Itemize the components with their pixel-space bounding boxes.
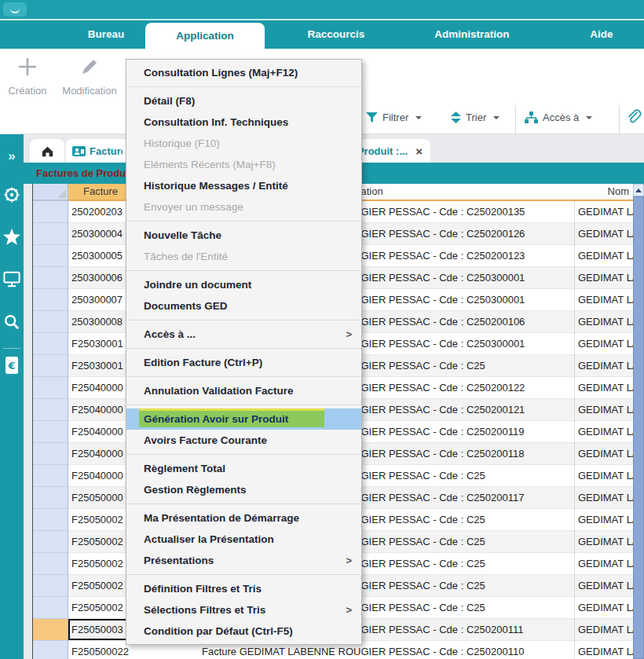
menu-item[interactable]: Condition par Défaut (Ctrl-F5) <box>126 621 361 642</box>
attach-document-button[interactable] <box>626 108 642 129</box>
menu-item[interactable]: Consultation Lignes (Maj+F12) <box>126 62 361 83</box>
cell-nom[interactable]: GEDIMAT LABENNE <box>574 597 634 619</box>
menu-item[interactable]: Joindre un document <box>126 274 361 295</box>
menu-item[interactable]: Détail (F8) <box>126 90 361 112</box>
gear-icon <box>3 186 20 203</box>
row-selector[interactable] <box>33 399 68 421</box>
row-selector[interactable] <box>33 619 68 641</box>
menu-item[interactable]: Envoyer un message <box>126 196 361 218</box>
cell-nom[interactable]: GEDIMAT LABENNE <box>574 531 634 553</box>
row-selector[interactable] <box>33 377 68 399</box>
menu-item[interactable]: Règlement Total <box>126 458 361 479</box>
menubar-tab-raccourcis[interactable]: Raccourcis <box>279 20 393 49</box>
row-selector[interactable] <box>33 245 68 267</box>
tab-home[interactable] <box>30 139 64 163</box>
scrollbar-thumb[interactable] <box>633 196 644 659</box>
select-all-header[interactable] <box>33 184 68 201</box>
trier-button[interactable]: Trier <box>451 112 499 123</box>
create-button[interactable]: Création <box>5 55 50 97</box>
cell-nom[interactable]: GEDIMAT LABENNE <box>574 223 634 245</box>
row-selector[interactable] <box>33 289 68 311</box>
cell-nom[interactable]: GEDIMAT LABENNE <box>574 421 634 443</box>
cell-nom[interactable]: GEDIMAT LABENNE <box>574 311 634 333</box>
menu-item[interactable]: Avoirs Facture Courante <box>126 430 361 451</box>
row-selector[interactable] <box>33 553 68 575</box>
cell-nom[interactable]: GEDIMAT LABENNE <box>574 333 634 355</box>
row-selector[interactable] <box>33 575 68 597</box>
cell-nom[interactable]: GEDIMAT LABENNE <box>574 245 634 267</box>
row-selector[interactable] <box>33 465 68 487</box>
cell-nom[interactable]: GEDIMAT LABENNE <box>574 267 634 289</box>
cell-nom[interactable]: GEDIMAT LABENNE <box>574 487 634 509</box>
vertical-scrollbar[interactable] <box>633 184 644 659</box>
menu-item[interactable]: Edition Facture (Ctrl+P) <box>126 352 361 373</box>
menu-item[interactable]: Présentations> <box>126 550 361 571</box>
menu-item[interactable]: Annulation Validation Facture <box>126 380 361 401</box>
close-icon[interactable]: × <box>415 145 423 157</box>
row-selector[interactable] <box>33 641 68 659</box>
menubar-tab-administration[interactable]: Administration <box>408 20 536 49</box>
menu-item[interactable]: Actualiser la Présentation <box>126 529 361 550</box>
menu-item-label: Consultation Inf. Techniques <box>144 116 288 128</box>
row-selector[interactable] <box>33 311 68 333</box>
row-selector[interactable] <box>33 421 68 443</box>
app-logo-icon <box>10 6 20 13</box>
cell-nom[interactable]: GEDIMAT LABENNE <box>574 201 634 223</box>
cell-nom[interactable]: GEDIMAT LABENNE <box>574 641 634 659</box>
menu-item[interactable]: Ma Présentation de Démarrage <box>126 507 361 529</box>
row-selector[interactable] <box>33 355 68 377</box>
menu-item[interactable]: Eléments Récents (Maj+F8) <box>126 154 361 175</box>
menu-item[interactable]: Nouvelle Tâche <box>126 225 361 246</box>
column-header-nom[interactable]: Nom <box>574 184 634 201</box>
menu-item[interactable]: Documents GED <box>126 295 361 317</box>
menu-item-label: Gestion Règlements <box>144 484 247 496</box>
menu-item[interactable]: Définition Filtres et Tris <box>126 578 361 599</box>
scroll-up-button[interactable] <box>633 184 644 196</box>
sidebar-item-invoices[interactable]: € <box>0 356 24 379</box>
cell-nom[interactable]: GEDIMAT LABENNE <box>574 509 634 531</box>
sidebar-item-workstation[interactable] <box>0 271 24 291</box>
menu-separator <box>127 270 360 271</box>
cell-nom[interactable]: GEDIMAT LABENNE <box>574 619 634 641</box>
menu-item[interactable]: Historique Messages / Entité <box>126 175 361 196</box>
cell-nom[interactable]: GEDIMAT LABENNE <box>574 443 634 465</box>
row-selector[interactable] <box>33 597 68 619</box>
menu-item[interactable]: Sélections Filtres et Tris> <box>126 599 361 621</box>
menu-item[interactable]: Historique (F10) <box>126 133 361 154</box>
cell-nom[interactable]: GEDIMAT LABENNE <box>574 465 634 487</box>
app-menu-button[interactable] <box>3 2 27 16</box>
menu-separator <box>127 86 360 87</box>
menubar-tab-application[interactable]: Application <box>145 23 265 50</box>
row-selector[interactable] <box>33 333 68 355</box>
acces-a-button[interactable]: Accès à <box>525 112 592 123</box>
row-selector[interactable] <box>33 509 68 531</box>
menu-item[interactable]: Tâches de l'Entité <box>126 246 361 267</box>
menu-item[interactable]: Accès à ...> <box>126 324 361 345</box>
cell-nom[interactable]: GEDIMAT LABENNE <box>574 399 634 421</box>
row-selector[interactable] <box>33 531 68 553</box>
cell-nom[interactable]: GEDIMAT LABENNE <box>574 355 634 377</box>
menubar-tab-aide[interactable]: Aide <box>565 20 638 49</box>
sort-icon <box>451 112 461 123</box>
modify-button[interactable]: Modification <box>52 55 127 97</box>
row-selector[interactable] <box>33 443 68 465</box>
row-selector[interactable] <box>33 267 68 289</box>
cell-nom[interactable]: GEDIMAT LABENNE <box>574 575 634 597</box>
cell-nom[interactable]: GEDIMAT LABENNE <box>574 377 634 399</box>
filtrer-button[interactable]: Filtrer <box>366 112 422 123</box>
row-selector[interactable] <box>33 201 68 223</box>
cell-nom[interactable]: GEDIMAT LABENNE <box>574 553 634 575</box>
row-selector[interactable] <box>33 487 68 509</box>
cell-nom[interactable]: GEDIMAT LABENNE <box>574 289 634 311</box>
row-selector[interactable] <box>33 223 68 245</box>
sidebar-item-settings[interactable] <box>0 186 24 207</box>
sidebar-item-favorites[interactable] <box>0 229 24 248</box>
menu-item[interactable]: Consultation Inf. Techniques <box>126 112 361 133</box>
sidebar-collapse-button[interactable]: » <box>0 148 24 164</box>
menu-item[interactable]: Génération Avoir sur Produit <box>126 408 361 430</box>
title-bar <box>0 0 644 19</box>
menu-bar: Bureau Application Raccourcis Administra… <box>0 19 644 49</box>
app-window: Bureau Application Raccourcis Administra… <box>0 0 644 659</box>
sidebar-item-search[interactable] <box>0 313 24 334</box>
menu-item[interactable]: Gestion Règlements <box>126 479 361 500</box>
